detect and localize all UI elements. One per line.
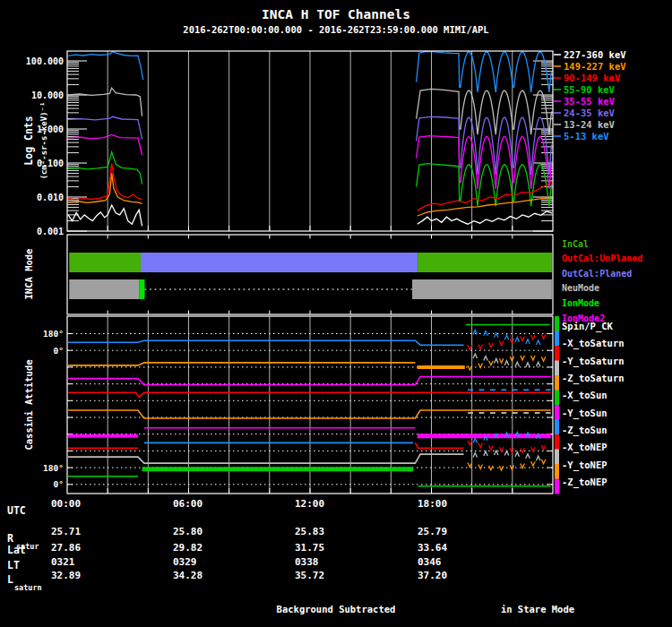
tof-ytick-label: 10.000 bbox=[31, 90, 64, 100]
attitude-legend-label: -X_toSun bbox=[562, 390, 607, 401]
tof-ytick-label: 0.100 bbox=[37, 159, 64, 168]
table-cell: 31.75 bbox=[295, 542, 324, 554]
mode-y-axis-label: INCA Mode bbox=[23, 249, 34, 300]
tof-legend-label: 55-90 keV bbox=[564, 84, 616, 95]
lower-mode-bar-segment bbox=[69, 279, 139, 299]
attitude-ytick-label: 0° bbox=[54, 346, 64, 356]
table-cell: 25.71 bbox=[51, 526, 81, 537]
attitude-legend-label: -Z_toNEP bbox=[562, 477, 607, 488]
attitude-colorbar-segment bbox=[555, 420, 559, 435]
attitude-legend-label: -Y_toSun bbox=[562, 408, 607, 419]
page-title: INCA H TOF Channels bbox=[262, 7, 410, 21]
utc-tick-label: 06:00 bbox=[173, 498, 202, 510]
tof-legend-label: 35-55 keV bbox=[564, 96, 616, 107]
mode-legend-label: IonMode bbox=[562, 298, 599, 308]
attitude-colorbar-segment bbox=[555, 464, 559, 479]
tof-legend-label: 90-149 keV bbox=[564, 73, 621, 83]
mode-legend-label: NeuMode bbox=[562, 283, 599, 293]
page-subtitle: 2016-262T00:00:00.000 - 2016-262T23:59:0… bbox=[183, 24, 488, 35]
table-cell: 0321 bbox=[51, 556, 75, 568]
mode-legend-label: InCal bbox=[562, 239, 589, 249]
attitude-legend-label: -X_toSaturn bbox=[562, 338, 625, 349]
attitude-colorbar-segment bbox=[555, 361, 559, 376]
attitude-colorbar-segment bbox=[555, 346, 559, 361]
attitude-legend-label: -Z_toSun bbox=[562, 425, 607, 436]
tof-legend-label: 13-24 keV bbox=[564, 119, 616, 130]
attitude-colorbar-segment bbox=[555, 405, 559, 420]
table-cell: 0338 bbox=[295, 556, 319, 568]
mode-legend-label: OutCal:UnPlaned bbox=[562, 253, 642, 263]
table-cell: 25.83 bbox=[295, 526, 324, 537]
attitude-legend-label: -Y_toNEP bbox=[562, 460, 607, 471]
tof-ytick-label: 1.000 bbox=[37, 125, 64, 134]
table-row-sublabel: saturn bbox=[14, 583, 42, 592]
attitude-colorbar-segment bbox=[555, 479, 559, 494]
table-row-label: LT bbox=[7, 559, 20, 571]
upper-mode-bar-segment bbox=[69, 253, 141, 272]
tof-ytick-label: 0.010 bbox=[37, 193, 64, 202]
attitude-legend-label: -Z_toSaturn bbox=[562, 373, 625, 384]
table-row-label: Lat bbox=[7, 544, 26, 556]
tof-y-axis-label: Log Cnts bbox=[22, 116, 35, 165]
attitude-colorbar-segment bbox=[555, 331, 559, 347]
inca-tof-plot-page: INCA H TOF Channels 2016-262T00:00:00.00… bbox=[0, 0, 672, 627]
attitude-colorbar-segment bbox=[555, 391, 559, 406]
table-cell: 25.79 bbox=[418, 526, 447, 537]
table-cell: 0329 bbox=[173, 556, 197, 568]
mode-legend-label: OutCal:Planed bbox=[562, 269, 632, 279]
tof-ytick-label: 0.001 bbox=[37, 227, 64, 236]
lower-mode-bar-segment bbox=[412, 279, 552, 299]
attitude-colorbar-segment bbox=[555, 375, 559, 391]
tof-ytick-label: 100.000 bbox=[26, 56, 64, 66]
tof-legend-label: 5-13 keV bbox=[564, 131, 609, 142]
upper-mode-bar-segment bbox=[141, 253, 418, 272]
table-row-label: L bbox=[7, 573, 13, 586]
utc-row-label: UTC bbox=[7, 504, 26, 517]
footer-background-subtracted: Background Subtracted bbox=[277, 604, 396, 614]
table-cell: 37.20 bbox=[418, 570, 447, 581]
attitude-colorbar-segment bbox=[555, 434, 559, 450]
table-cell: 27.86 bbox=[51, 542, 81, 554]
attitude-ytick-label: 180° bbox=[43, 329, 64, 339]
tof-legend-label: 24-35 keV bbox=[564, 107, 616, 118]
table-cell: 33.64 bbox=[418, 542, 447, 554]
table-cell: 0346 bbox=[418, 556, 442, 568]
plot-svg: INCA H TOF Channels 2016-262T00:00:00.00… bbox=[0, 0, 672, 627]
footer-stare-mode: in Stare Mode bbox=[501, 604, 574, 614]
attitude-colorbar-segment bbox=[555, 316, 559, 331]
lower-mode-bar-segment bbox=[139, 279, 144, 299]
attitude-colorbar-segment bbox=[555, 450, 559, 465]
table-cell: 32.89 bbox=[51, 570, 81, 581]
attitude-ytick-label: 180° bbox=[43, 463, 64, 473]
attitude-ytick-label: 0° bbox=[54, 479, 64, 489]
attitude-legend-label: Spin/P_CK bbox=[562, 321, 614, 332]
table-cell: 25.80 bbox=[173, 526, 202, 537]
table-cell: 34.28 bbox=[173, 570, 202, 581]
tof-legend-label: 227-360 keV bbox=[564, 49, 626, 60]
tof-legend-label: 149-227 keV bbox=[564, 61, 626, 72]
attitude-legend-label: -Y_toSaturn bbox=[562, 356, 625, 367]
attitude-y-axis-label: Cassini Attitude bbox=[23, 359, 34, 450]
utc-tick-label: 00:00 bbox=[51, 498, 81, 510]
table-row-label: R bbox=[7, 532, 13, 545]
attitude-legend-label: -X_toNEP bbox=[562, 442, 607, 453]
upper-mode-bar-segment bbox=[418, 253, 552, 272]
utc-tick-label: 18:00 bbox=[418, 498, 447, 510]
utc-tick-label: 12:00 bbox=[295, 498, 324, 510]
table-cell: 35.72 bbox=[295, 570, 324, 581]
table-cell: 29.82 bbox=[173, 542, 202, 554]
